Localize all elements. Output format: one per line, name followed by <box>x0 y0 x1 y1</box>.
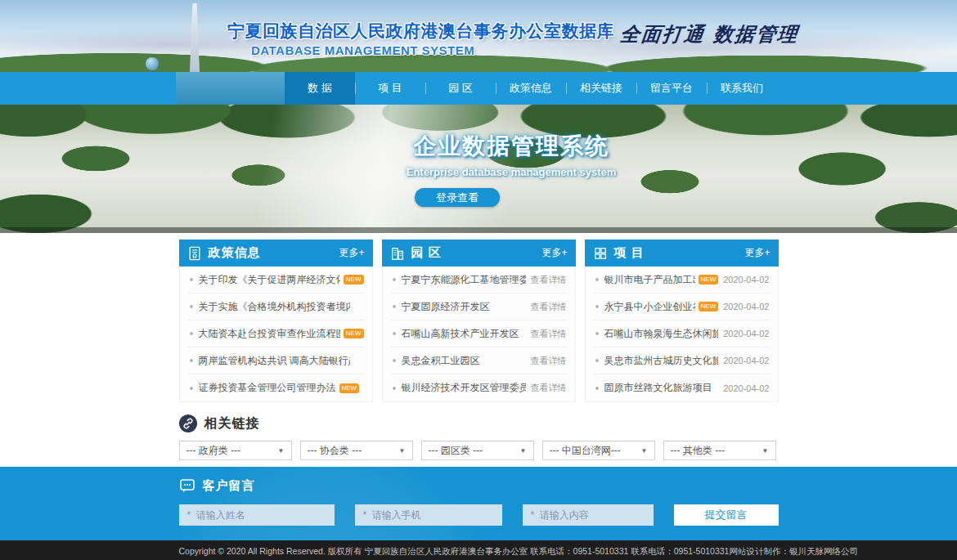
bullet-icon <box>190 305 193 308</box>
page: 宁夏回族自治区人民政府港澳台事务办公室数据库 DATABASE MANAGEME… <box>0 0 957 560</box>
customer-message-section: 客户留言 提交留言 <box>0 467 957 540</box>
project-list-item[interactable]: 银川市电子产品加工出口项目 NEW 2020-04-02 <box>594 267 770 293</box>
park-panel-title: 园 区 <box>411 245 542 261</box>
site-subtitle: DATABASE MANAGEMENT SYSTEM <box>251 43 474 57</box>
park-item-text: 吴忠金积工业园区 <box>402 354 480 368</box>
site-slogan: 全面打通 数据管理 <box>618 21 801 47</box>
bullet-icon <box>190 359 193 362</box>
policy-panel-title: 政策信息 <box>209 245 339 261</box>
park-list-item[interactable]: 石嘴山高新技术产业开发区 查看详情 <box>391 320 567 347</box>
bullet-icon <box>595 332 599 335</box>
monument-decoration <box>190 3 200 72</box>
nav-item-contact[interactable]: 联系我们 <box>707 72 777 105</box>
nav-item-data[interactable]: 数 据 <box>285 72 355 105</box>
view-detail-link[interactable]: 查看详情 <box>531 382 567 394</box>
nav-item-links[interactable]: 相关链接 <box>566 72 636 105</box>
project-item-date: 2020-04-02 <box>723 275 769 284</box>
chevron-down-icon: ▼ <box>641 447 648 455</box>
site-title: 宁夏回族自治区人民政府港澳台事务办公室数据库 <box>227 20 614 43</box>
view-detail-link[interactable]: 查看详情 <box>531 274 567 286</box>
park-list-item[interactable]: 宁夏固原经济开发区 查看详情 <box>391 293 567 320</box>
bullet-icon <box>190 278 193 281</box>
content-input[interactable] <box>523 504 654 526</box>
dropdown-association[interactable]: --- 协会类 --- ▼ <box>300 441 413 460</box>
new-badge: NEW <box>699 275 719 284</box>
bullet-icon <box>595 278 599 281</box>
policy-list-item[interactable]: 大陆资本赴台投资审查作业流程图 NEW <box>188 320 364 347</box>
new-badge: NEW <box>339 383 360 393</box>
hero-content: 企业数据管理系统 Enterprise database management … <box>339 131 683 207</box>
bullet-icon <box>393 278 396 281</box>
policy-more-link[interactable]: 更多+ <box>339 246 364 260</box>
policy-list-item[interactable]: 两岸监管机构达共识 调高大陆银行赴台参股比... <box>188 347 364 374</box>
view-detail-link[interactable]: 查看详情 <box>531 301 567 313</box>
project-item-date: 2020-04-02 <box>723 383 769 393</box>
policy-panel: 政策信息 更多+ 关于印发《关于促进两岸经济文化交流合作... NEW 关于实施… <box>179 240 373 402</box>
designer-credit: 网站设计制作：银川天脉网络公司 <box>729 546 858 558</box>
link-dropdowns: --- 政府类 --- ▼ --- 协会类 --- ▼ --- 园区类 --- … <box>179 441 779 460</box>
policy-item-text: 关于实施《合格境外机构投资者境内证券投资... <box>199 300 350 314</box>
related-links-title: 相关链接 <box>204 415 260 432</box>
policy-item-text: 大陆资本赴台投资审查作业流程图 <box>199 327 340 341</box>
chevron-down-icon: ▼ <box>762 447 769 455</box>
new-badge: NEW <box>699 302 719 311</box>
project-item-text: 石嘴山市翰泉海生态休闲旅游区项目 <box>604 327 719 341</box>
project-item-text: 固原市丝路文化旅游项目 <box>604 381 712 395</box>
bullet-icon <box>190 332 193 335</box>
link-icon <box>179 414 197 432</box>
copyright-text: Copyright © 2020 All Rights Reserved. 版权… <box>179 546 730 558</box>
park-item-text: 宁夏固原经济开发区 <box>402 300 490 314</box>
project-item-text: 吴忠市盐州古城历史文化旅游区项目 <box>604 354 719 368</box>
buildings-icon <box>390 246 405 261</box>
dropdown-government[interactable]: --- 政府类 --- ▼ <box>179 441 292 460</box>
policy-list-item[interactable]: 关于实施《合格境外机构投资者境内证券投资... <box>188 293 364 320</box>
related-links-header: 相关链接 <box>179 414 779 433</box>
dropdown-park[interactable]: --- 园区类 --- ▼ <box>421 441 534 460</box>
view-detail-link[interactable]: 查看详情 <box>531 328 567 340</box>
project-item-text: 银川市电子产品加工出口项目 <box>604 273 695 287</box>
related-links-section: 相关链接 --- 政府类 --- ▼ --- 协会类 --- ▼ --- 园区类… <box>179 402 779 460</box>
park-item-text: 宁夏宁东能源化工基地管理委员会 <box>402 273 526 287</box>
project-more-link[interactable]: 更多+ <box>744 246 770 260</box>
project-item-text: 永宁县中小企业创业谷项目 <box>604 300 695 314</box>
sphere-decoration <box>146 57 159 70</box>
message-form: 提交留言 <box>179 504 779 526</box>
chevron-down-icon: ▼ <box>278 447 285 455</box>
nav-item-project[interactable]: 项 目 <box>355 72 425 105</box>
login-view-button[interactable]: 登录查看 <box>415 188 500 207</box>
project-panel-title: 项 目 <box>614 245 745 261</box>
bullet-icon <box>190 387 193 390</box>
nav-item-policy[interactable]: 政策信息 <box>496 72 566 105</box>
park-panel: 园 区 更多+ 宁夏宁东能源化工基地管理委员会 查看详情 宁夏固原经济开发区 查… <box>382 240 576 402</box>
project-list-item[interactable]: 永宁县中小企业创业谷项目 NEW 2020-04-02 <box>594 293 770 320</box>
submit-message-button[interactable]: 提交留言 <box>674 504 779 526</box>
project-list-item[interactable]: 固原市丝路文化旅游项目 2020-04-02 <box>594 374 770 401</box>
nav-item-message[interactable]: 留言平台 <box>636 72 707 105</box>
nav-item-park[interactable]: 园 区 <box>425 72 496 105</box>
bullet-icon <box>393 387 396 390</box>
bullet-icon <box>595 305 599 308</box>
policy-list-item[interactable]: 关于印发《关于促进两岸经济文化交流合作... NEW <box>188 267 364 293</box>
project-list-item[interactable]: 吴忠市盐州古城历史文化旅游区项目 2020-04-02 <box>594 347 770 374</box>
park-list-item[interactable]: 宁夏宁东能源化工基地管理委员会 查看详情 <box>391 267 567 293</box>
phone-input[interactable] <box>355 504 502 526</box>
view-detail-link[interactable]: 查看详情 <box>531 355 567 367</box>
dropdown-taiwan[interactable]: --- 中国台湾网--- ▼ <box>542 441 655 460</box>
chevron-down-icon: ▼ <box>520 447 527 455</box>
park-list-item[interactable]: 银川经济技术开发区管理委员会 查看详情 <box>391 374 567 401</box>
park-panel-header: 园 区 更多+ <box>382 240 576 267</box>
message-title: 客户留言 <box>203 478 255 494</box>
park-more-link[interactable]: 更多+ <box>541 246 567 260</box>
hero-banner: 企业数据管理系统 Enterprise database management … <box>0 105 957 233</box>
boards-section: 政策信息 更多+ 关于印发《关于促进两岸经济文化交流合作... NEW 关于实施… <box>179 233 779 402</box>
project-list-item[interactable]: 石嘴山市翰泉海生态休闲旅游区项目 2020-04-02 <box>594 320 770 347</box>
park-list-item[interactable]: 吴忠金积工业园区 查看详情 <box>391 347 567 374</box>
new-badge: NEW <box>344 329 364 338</box>
hero-subtitle: Enterprise database management system <box>339 166 683 178</box>
project-item-date: 2020-04-02 <box>723 329 769 338</box>
policy-list-item[interactable]: 证券投资基金管理公司管理办法 NEW <box>188 374 364 401</box>
footer: Copyright © 2020 All Rights Reserved. 版权… <box>0 540 957 560</box>
name-input[interactable] <box>179 504 335 526</box>
dropdown-other[interactable]: --- 其他类 --- ▼ <box>663 441 776 460</box>
project-list: 银川市电子产品加工出口项目 NEW 2020-04-02 永宁县中小企业创业谷项… <box>585 267 779 402</box>
